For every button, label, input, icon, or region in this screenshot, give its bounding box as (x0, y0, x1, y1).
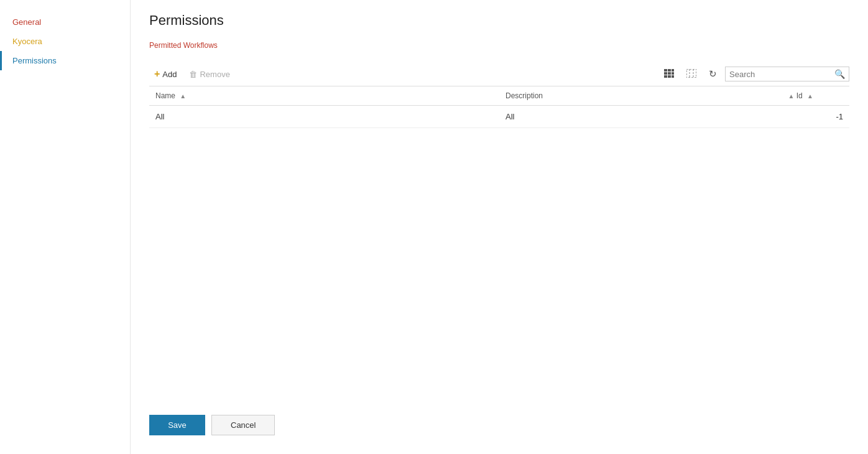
grid-view-button[interactable] (660, 67, 678, 82)
svg-rect-3 (664, 72, 667, 75)
svg-rect-2 (672, 69, 674, 72)
svg-rect-5 (672, 72, 674, 75)
col-id-label: Id (796, 91, 803, 100)
remove-label: Remove (200, 70, 229, 79)
id-sort-down-icon: ▲ (807, 93, 813, 100)
svg-rect-0 (664, 69, 667, 72)
sidebar: General Kyocera Permissions (0, 0, 131, 454)
save-button[interactable]: Save (149, 415, 205, 435)
section-label: Permitted Workflows (149, 41, 849, 50)
trash-icon: 🗑 (189, 70, 197, 79)
id-sort-up-icon: ▲ (788, 93, 794, 100)
dashed-view-button[interactable] (682, 67, 701, 82)
remove-button[interactable]: 🗑 Remove (184, 67, 234, 81)
sidebar-item-label-general: General (12, 17, 41, 27)
add-label: Add (162, 70, 177, 79)
svg-rect-4 (668, 72, 671, 75)
page-title: Permissions (149, 12, 849, 29)
table-row[interactable]: All All -1 (149, 106, 849, 128)
sidebar-item-label-permissions: Permissions (12, 56, 57, 65)
grid-icon (664, 69, 674, 80)
col-description-label: Description (506, 91, 543, 100)
toolbar-left: + Add 🗑 Remove (149, 66, 660, 82)
add-button[interactable]: + Add (149, 66, 182, 82)
search-input[interactable] (729, 70, 834, 79)
sidebar-item-permissions[interactable]: Permissions (0, 51, 130, 70)
refresh-button[interactable]: ↻ (704, 66, 721, 82)
sidebar-item-general[interactable]: General (0, 12, 130, 32)
svg-rect-9 (686, 69, 696, 78)
sidebar-item-kyocera[interactable]: Kyocera (0, 32, 130, 51)
toolbar-right: ↻ 🔍 (660, 66, 849, 82)
cell-id: -1 (779, 106, 849, 128)
refresh-icon: ↻ (709, 68, 717, 80)
cell-description: All (499, 106, 779, 128)
col-header-id[interactable]: ▲ Id ▲ (779, 86, 849, 106)
cell-name: All (149, 106, 499, 128)
footer-buttons: Save Cancel (131, 415, 293, 435)
plus-icon: + (154, 68, 160, 80)
column-chooser-icon (686, 69, 696, 80)
col-header-description[interactable]: Description (499, 86, 779, 106)
search-box: 🔍 (725, 67, 849, 81)
name-sort-icon: ▲ (180, 93, 186, 100)
col-header-name[interactable]: Name ▲ (149, 86, 499, 106)
svg-rect-8 (672, 75, 674, 78)
table-header-row: Name ▲ Description ▲ Id ▲ (149, 86, 849, 106)
search-icon: 🔍 (834, 69, 845, 79)
data-table: Name ▲ Description ▲ Id ▲ All All -1 (149, 86, 849, 128)
sidebar-item-label-kyocera: Kyocera (12, 37, 42, 46)
svg-rect-7 (668, 75, 671, 78)
cancel-button[interactable]: Cancel (211, 415, 275, 435)
main-content: Permissions Permitted Workflows + Add 🗑 … (131, 0, 868, 454)
col-name-label: Name (155, 91, 175, 100)
svg-rect-6 (664, 75, 667, 78)
svg-rect-1 (668, 69, 671, 72)
toolbar: + Add 🗑 Remove (149, 62, 849, 86)
